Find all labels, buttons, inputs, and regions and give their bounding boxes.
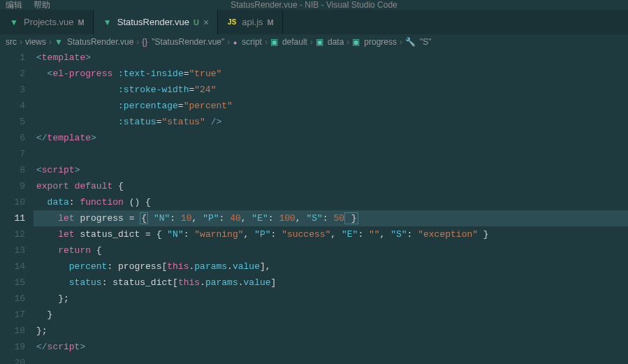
chevron-right-icon: › [136, 37, 139, 47]
line-number: 17 [0, 307, 25, 323]
code-line: } [34, 307, 628, 323]
line-number: 1 [0, 50, 25, 66]
code-line: return { [34, 242, 628, 259]
chevron-right-icon: › [346, 37, 349, 47]
code-line [34, 146, 628, 162]
breadcrumb-item[interactable]: "S" [420, 37, 432, 47]
line-number: 9 [0, 178, 25, 194]
tab-status: U [193, 18, 199, 27]
cube-icon: ▣ [316, 37, 323, 47]
code-line: }; [34, 291, 628, 307]
menubar: 编辑 帮助 [0, 0, 628, 10]
code-line: }; [34, 323, 628, 339]
code-area[interactable]: <template> <el-progress :text-inside="tr… [34, 50, 628, 364]
tab-status: M [268, 18, 274, 27]
line-number: 2 [0, 66, 25, 82]
line-number: 18 [0, 323, 25, 339]
tab-bar: ▼ Projects.vue M ▼ StatusRender.vue U × … [0, 10, 628, 34]
code-line: <template> [34, 50, 628, 66]
line-number: 15 [0, 275, 25, 291]
breadcrumb-item[interactable]: "StatusRender.vue" [152, 37, 224, 47]
code-line: <el-progress :text-inside="true" [34, 66, 628, 82]
breadcrumb-item[interactable]: views [25, 37, 46, 47]
code-line: </template> [34, 130, 628, 146]
line-number: 4 [0, 98, 25, 114]
code-line: status: status_dict[this.params.value] [34, 275, 628, 291]
line-number: 12 [0, 226, 25, 242]
chevron-right-icon: › [400, 37, 402, 47]
code-line: </script> [34, 339, 628, 355]
chevron-right-icon: › [265, 37, 268, 47]
close-icon[interactable]: × [203, 17, 209, 28]
breadcrumb-item[interactable]: default [282, 37, 307, 47]
line-number: 3 [0, 82, 25, 98]
line-number: 10 [0, 194, 25, 210]
line-number: 11 [0, 210, 25, 226]
breadcrumb-item[interactable]: progress [364, 37, 397, 47]
chevron-right-icon: › [310, 37, 313, 47]
tab-statusrender[interactable]: ▼ StatusRender.vue U × [94, 10, 219, 34]
code-line: percent: progress[this.params.value], [34, 259, 628, 275]
tab-label: Projects.vue [24, 17, 74, 27]
tab-status: M [78, 18, 85, 27]
tag-icon: ⬥ [233, 37, 238, 47]
braces-icon: {} [142, 37, 147, 47]
code-line: data: function () { [34, 194, 628, 210]
breadcrumb-item[interactable]: StatusRender.vue [67, 37, 133, 47]
cube-icon: ▣ [270, 37, 278, 47]
chevron-right-icon: › [49, 37, 52, 47]
tab-label: StatusRender.vue [117, 17, 189, 27]
line-number: 6 [0, 130, 25, 146]
line-number: 7 [0, 146, 25, 162]
breadcrumbs: src › views › ▼ StatusRender.vue › {} "S… [0, 34, 628, 50]
code-line: let status_dict = { "N": "warning", "P":… [34, 226, 628, 242]
line-number: 13 [0, 242, 25, 259]
line-number: 19 [0, 339, 25, 355]
line-number: 8 [0, 162, 25, 178]
code-line: export default { [34, 178, 628, 194]
tab-projects[interactable]: ▼ Projects.vue M [0, 10, 94, 34]
code-line: :status="status" /> [34, 114, 628, 130]
code-line-active: let progress = { "N": 10, "P": 40, "E": … [34, 210, 628, 226]
line-number: 5 [0, 114, 25, 130]
line-number: 16 [0, 291, 25, 307]
breadcrumb-item[interactable]: src [6, 37, 17, 47]
line-number: 14 [0, 259, 25, 275]
chevron-right-icon: › [20, 37, 22, 47]
chevron-right-icon: › [227, 37, 230, 47]
js-icon: JS [226, 17, 238, 28]
code-line: :percentage="percent" [34, 98, 628, 114]
line-number: 20 [0, 355, 25, 364]
vue-icon: ▼ [102, 17, 113, 28]
line-gutter: 1 2 3 4 5 6 7 8 9 10 11 12 13 14 15 16 1… [0, 50, 34, 364]
code-line: <script> [34, 162, 628, 178]
cube-icon: ▣ [352, 37, 360, 47]
vue-icon: ▼ [54, 37, 63, 47]
editor[interactable]: 1 2 3 4 5 6 7 8 9 10 11 12 13 14 15 16 1… [0, 50, 628, 364]
breadcrumb-item[interactable]: data [328, 37, 344, 47]
wrench-icon: 🔧 [405, 37, 416, 47]
tab-label: api.js [242, 17, 263, 27]
breadcrumb-item[interactable]: script [242, 37, 262, 47]
vue-icon: ▼ [8, 17, 20, 28]
code-line: :stroke-width="24" [34, 82, 628, 98]
tab-apijs[interactable]: JS api.js M [218, 10, 283, 34]
